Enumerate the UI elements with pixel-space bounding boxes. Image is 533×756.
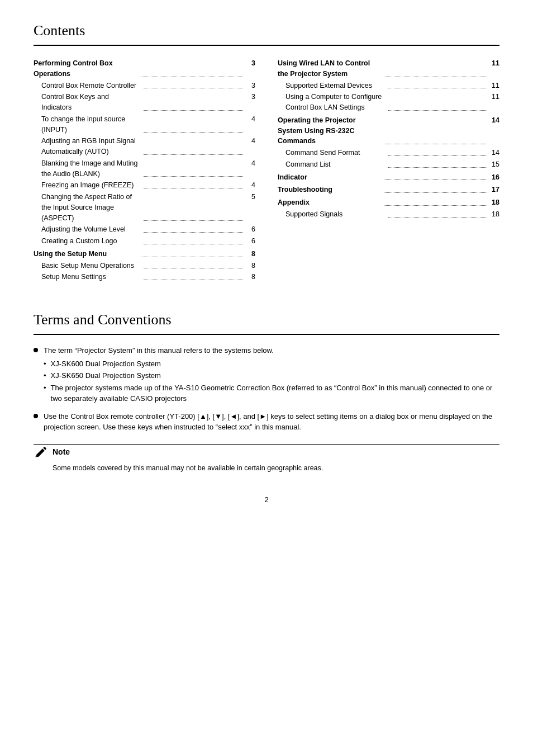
toc-page-number: 4 <box>245 114 255 135</box>
toc-item: Operating the Projector System Using RS-… <box>278 115 499 147</box>
toc-dots <box>144 224 244 233</box>
toc-dots <box>384 185 488 193</box>
toc-page-number: 3 <box>245 92 255 113</box>
toc-item: Supported External Devices11 <box>278 81 499 91</box>
contents-grid: Performing Control Box Operations3Contro… <box>34 56 499 284</box>
contents-section: Contents Performing Control Box Operatio… <box>34 22 499 284</box>
toc-item-label: Troubleshooting <box>278 185 382 195</box>
page-number: 2 <box>34 495 499 504</box>
toc-page-number: 3 <box>245 81 255 91</box>
sub-bullet-text: XJ-SK650 Dual Projection System <box>51 370 161 381</box>
sub-bullet-dot-icon: • <box>44 358 46 370</box>
toc-dots <box>144 192 244 221</box>
sub-bullet-list: •XJ-SK600 Dual Projection System•XJ-SK65… <box>44 358 499 404</box>
toc-dots <box>388 209 488 218</box>
toc-item-label: Using Wired LAN to Control the Projector… <box>278 58 382 79</box>
toc-item-label: Blanking the Image and Muting the Audio … <box>41 158 141 179</box>
toc-page-number: 4 <box>245 136 255 157</box>
toc-dots <box>144 272 244 280</box>
terms-divider <box>34 334 499 335</box>
toc-dots <box>144 158 244 177</box>
terms-bullet-item: The term “Projector System” in this manu… <box>34 345 499 405</box>
toc-item: Appendix18 <box>278 197 499 208</box>
toc-item-label: Supported Signals <box>285 209 386 220</box>
note-icon <box>34 444 49 460</box>
toc-page-number: 4 <box>245 158 255 179</box>
toc-page-number: 11 <box>489 81 499 91</box>
toc-dots <box>384 58 488 77</box>
toc-page-number: 18 <box>489 197 499 208</box>
toc-page-number: 11 <box>489 58 499 79</box>
bullet-circle-icon <box>34 348 38 352</box>
terms-title: Terms and Conventions <box>34 311 499 328</box>
toc-item: Control Box Keys and Indicators3 <box>34 92 255 113</box>
toc-item-label: To change the input source (INPUT) <box>41 114 141 135</box>
toc-page-number: 18 <box>489 209 499 220</box>
sub-bullet-item: •The projector systems made up of the YA… <box>44 382 499 404</box>
toc-item-label: Operating the Projector System Using RS-… <box>278 115 382 147</box>
note-header: Note <box>34 444 499 460</box>
toc-item: Adjusting the Volume Level6 <box>34 224 255 235</box>
toc-dots <box>144 92 244 111</box>
toc-item: Adjusting an RGB Input Signal Automatica… <box>34 136 255 157</box>
toc-item: Creating a Custom Logo6 <box>34 236 255 247</box>
toc-page-number: 8 <box>245 272 255 282</box>
toc-page-number: 4 <box>245 180 255 191</box>
toc-dots <box>140 249 244 257</box>
toc-item: Freezing an Image (FREEZE)4 <box>34 180 255 191</box>
toc-left-column: Performing Control Box Operations3Contro… <box>34 56 255 284</box>
toc-item-label: Supported External Devices <box>285 81 386 91</box>
toc-item-label: Indicator <box>278 172 382 183</box>
sub-bullet-dot-icon: • <box>44 382 46 394</box>
toc-dots <box>388 81 488 89</box>
toc-dots <box>144 136 244 155</box>
terms-bullet-list: The term “Projector System” in this manu… <box>34 345 499 433</box>
toc-page-number: 8 <box>245 261 255 271</box>
toc-item: Control Box Remote Controller3 <box>34 81 255 91</box>
toc-page-number: 6 <box>245 224 255 235</box>
toc-item-label: Basic Setup Menu Operations <box>41 261 141 271</box>
toc-page-number: 5 <box>245 192 255 223</box>
toc-dots <box>388 159 488 168</box>
toc-item: Indicator16 <box>278 172 499 183</box>
sub-bullet-text: The projector systems made up of the YA-… <box>51 382 499 404</box>
toc-item: Troubleshooting17 <box>278 185 499 195</box>
toc-page-number: 3 <box>245 58 255 79</box>
toc-item-label: Control Box Keys and Indicators <box>41 92 141 113</box>
toc-item-label: Command Send Format <box>285 148 386 158</box>
terms-section: Terms and Conventions The term “Projecto… <box>34 311 499 473</box>
toc-item-label: Using a Computer to Configure Control Bo… <box>285 92 386 113</box>
toc-item-label: Changing the Aspect Ratio of the Input S… <box>41 192 141 223</box>
toc-dots <box>384 197 488 206</box>
toc-item: Using Wired LAN to Control the Projector… <box>278 58 499 79</box>
toc-item: Changing the Aspect Ratio of the Input S… <box>34 192 255 223</box>
toc-item-label: Adjusting an RGB Input Signal Automatica… <box>41 136 141 157</box>
toc-item-label: Command List <box>285 159 386 170</box>
toc-item-label: Appendix <box>278 197 382 208</box>
note-label: Note <box>53 447 70 456</box>
toc-item: Performing Control Box Operations3 <box>34 58 255 79</box>
contents-divider <box>34 45 499 46</box>
toc-page-number: 8 <box>245 249 255 259</box>
toc-page-number: 11 <box>489 92 499 113</box>
toc-dots <box>140 58 244 77</box>
toc-dots <box>388 92 488 111</box>
sub-bullet-item: •XJ-SK600 Dual Projection System <box>44 358 499 370</box>
toc-item-label: Freezing an Image (FREEZE) <box>41 180 141 191</box>
toc-item-label: Performing Control Box Operations <box>34 58 137 79</box>
sub-bullet-dot-icon: • <box>44 370 46 381</box>
bullet-text: Use the Control Box remote controller (Y… <box>44 411 499 433</box>
bullet-text: The term “Projector System” in this manu… <box>44 345 499 405</box>
toc-item-label: Control Box Remote Controller <box>41 81 141 91</box>
toc-item-label: Using the Setup Menu <box>34 249 137 259</box>
toc-item-label: Setup Menu Settings <box>41 272 141 282</box>
toc-dots <box>144 114 244 133</box>
toc-item: To change the input source (INPUT)4 <box>34 114 255 135</box>
toc-dots <box>144 261 244 269</box>
toc-dots <box>144 81 244 89</box>
toc-dots <box>384 115 488 144</box>
toc-dots <box>144 180 244 188</box>
toc-item: Using a Computer to Configure Control Bo… <box>278 92 499 113</box>
toc-item: Command List15 <box>278 159 499 170</box>
toc-item: Supported Signals18 <box>278 209 499 220</box>
